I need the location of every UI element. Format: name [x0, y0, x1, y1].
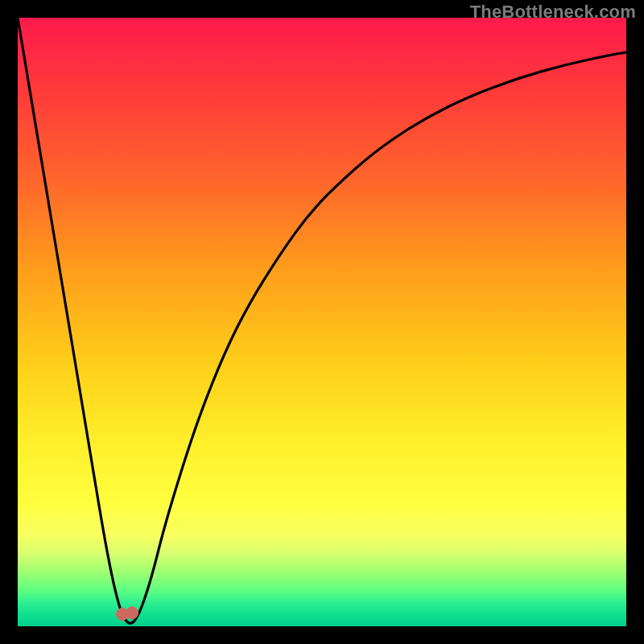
bottleneck-curve — [18, 18, 626, 623]
chart-markers — [117, 607, 138, 621]
chart-frame: TheBottleneck.com — [0, 0, 644, 644]
marker-dot-1 — [126, 607, 138, 619]
watermark-text: TheBottleneck.com — [470, 2, 636, 23]
chart-svg — [18, 18, 626, 626]
